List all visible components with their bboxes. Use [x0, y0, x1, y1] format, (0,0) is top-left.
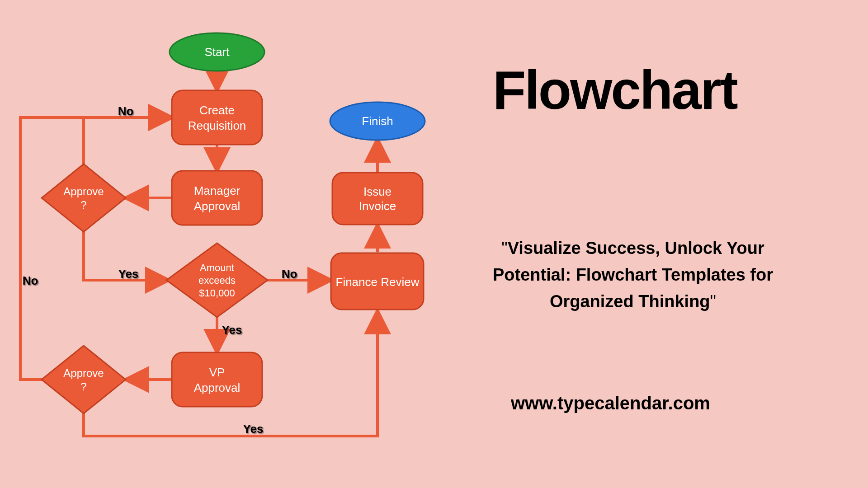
node-manager-approval: Manager Approval [172, 171, 262, 225]
node-create-l2: Requisition [188, 119, 246, 132]
svg-rect-3 [172, 171, 262, 225]
node-approve2-l1: Approve [63, 367, 104, 379]
node-mgr-l1: Manager [194, 184, 241, 197]
label-yes-3: Yes [243, 422, 264, 436]
node-vp-l1: VP [209, 366, 225, 379]
tagline-quote: "Visualize Success, Unlock Your Potentia… [466, 235, 800, 315]
node-vp-l2: Approval [194, 381, 241, 394]
quote-open: " [501, 239, 508, 258]
svg-marker-7 [42, 346, 126, 413]
diagram-canvas: No Yes No Yes No Yes Start Finish Create… [0, 0, 868, 488]
svg-rect-6 [172, 352, 262, 407]
node-finrev-label: Finance Review [336, 275, 420, 289]
node-approve1-l2: ? [80, 199, 86, 211]
node-create-requisition: Create Requisition [172, 90, 262, 145]
site-url: www.typecalendar.com [511, 393, 710, 413]
node-amount-l2: exceeds [198, 275, 236, 286]
svg-rect-9 [332, 173, 423, 225]
node-amount-l1: Amount [200, 262, 234, 273]
label-no-3: No [23, 274, 38, 287]
node-amount-exceeds: Amount exceeds $10,000 [166, 243, 268, 317]
svg-rect-2 [172, 90, 262, 145]
svg-marker-4 [42, 164, 126, 232]
node-approve-1: Approve ? [42, 164, 126, 232]
arrow-approve1-no [84, 117, 171, 165]
node-mgr-l2: Approval [194, 199, 241, 213]
node-approve2-l2: ? [80, 380, 86, 393]
node-finance-review: Finance Review [331, 253, 424, 310]
node-vp-approval: VP Approval [172, 352, 262, 407]
node-issue-l1: Issue [363, 185, 392, 198]
arrow-approve2-no [20, 117, 171, 380]
node-approve-2: Approve ? [42, 346, 126, 413]
node-start: Start [170, 33, 264, 71]
node-amount-l3: $10,000 [199, 287, 235, 299]
label-yes-1: Yes [118, 267, 139, 281]
label-no-1: No [118, 104, 134, 118]
label-yes-2: Yes [222, 323, 242, 337]
quote-close: " [710, 292, 717, 311]
node-finish-label: Finish [362, 114, 393, 128]
node-finish: Finish [330, 102, 425, 140]
node-approve1-l1: Approve [63, 185, 104, 197]
node-issue-invoice: Issue Invoice [332, 173, 423, 225]
node-create-l1: Create [199, 103, 235, 117]
quote-body: Visualize Success, Unlock Your Potential… [493, 239, 773, 311]
node-start-label: Start [205, 45, 230, 59]
node-issue-l2: Invoice [359, 199, 396, 213]
label-no-2: No [282, 267, 297, 281]
page-title: Flowchart [493, 59, 737, 121]
